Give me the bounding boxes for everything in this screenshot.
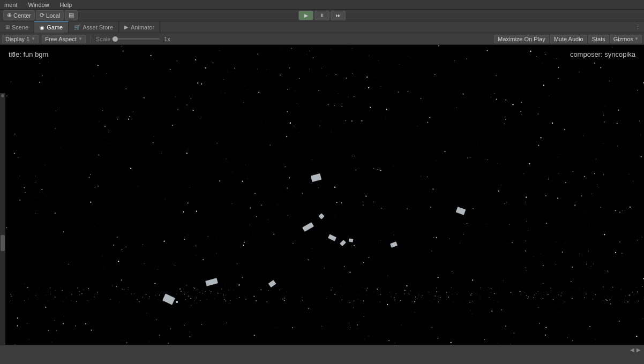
game-toolbar-right: Maximize On Play Mute Audio Stats Gizmos… [494,35,642,43]
svg-rect-6 [349,238,354,242]
scroll-bar-left[interactable] [0,93,5,354]
game-toolbar: Display 1 ▼ Free Aspect ▼ Scale 1x Maxim… [0,33,644,45]
tab-animator[interactable]: ▶ Animator [119,21,160,33]
svg-rect-11 [176,301,178,303]
stats-button[interactable]: Stats [588,35,609,43]
center-icon: ⊕ [7,12,12,19]
gizmos-arrow-icon: ▼ [634,36,639,41]
gizmos-button[interactable]: Gizmos ▼ [610,35,642,43]
scene-tab-icon: ⊞ [5,24,10,30]
gizmos-label: Gizmos [613,36,633,42]
display-arrow-icon: ▼ [31,36,35,41]
scene-tab-label: Scene [12,24,28,31]
scale-thumb [113,36,118,42]
aspect-label: Free Aspect [45,36,77,42]
menu-window[interactable]: Window [26,1,51,9]
local-button[interactable]: ⟳ Local [36,10,64,20]
top-toolbar: ⊕ Center ⟳ Local ▤ ▶ ⏸ ⏭ [0,10,644,21]
tabs-row: ⊞ Scene ◉ Game 🛒 Asset Store ▶ Animator … [0,21,644,33]
play-button[interactable]: ▶ [298,11,313,20]
debris-layer [0,45,644,354]
display-group: Display 1 ▼ [2,35,39,43]
aspect-arrow-icon: ▼ [78,36,83,41]
local-label: Local [46,12,60,19]
tabs-more-button[interactable]: ⋮ [632,24,644,31]
extra-label: ▤ [69,12,74,19]
svg-rect-1 [456,207,466,215]
aspect-group: Free Aspect ▼ [42,35,86,43]
tab-scene[interactable]: ⊞ Scene [0,21,34,33]
menu-help[interactable]: Help [58,1,74,9]
toolbar-separator-1 [91,35,91,43]
svg-rect-7 [390,241,398,248]
scroll-handle[interactable] [1,235,5,251]
step-button[interactable]: ⏭ [331,11,346,20]
scale-group: Scale 1x [96,36,170,42]
pause-icon: ⏸ [320,13,325,18]
animator-tab-icon: ▶ [124,24,129,30]
menu-bar: ment Window Help [0,0,644,10]
scale-value: 1x [164,36,170,42]
svg-rect-4 [328,234,336,241]
local-icon: ⟳ [40,12,44,19]
maximize-on-play-button[interactable]: Maximize On Play [494,35,549,43]
bottom-right-icon: ▶ [636,347,641,353]
svg-rect-5 [340,240,346,246]
scale-slider[interactable] [111,38,160,40]
scroll-up-icon [1,94,4,97]
tab-asset-store[interactable]: 🛒 Asset Store [69,21,119,33]
mute-audio-button[interactable]: Mute Audio [550,35,587,43]
pivot-toggle-group: ⊕ Center ⟳ Local ▤ [3,10,78,20]
bottom-bar: ◀ ▶ [0,345,644,354]
display-select[interactable]: Display 1 ▼ [2,35,39,43]
svg-rect-10 [162,293,175,305]
svg-rect-9 [205,278,218,286]
asset-store-tab-label: Asset Store [83,24,113,31]
center-label: Center [13,12,31,19]
animator-tab-label: Animator [131,24,154,31]
svg-rect-3 [302,222,314,232]
step-icon: ⏭ [336,13,341,18]
extra-button[interactable]: ▤ [65,10,78,20]
scale-label: Scale [96,36,111,42]
svg-rect-8 [268,280,276,287]
bottom-left-icon: ◀ [630,347,634,353]
play-controls: ▶ ⏸ ⏭ [298,11,346,20]
game-tab-icon: ◉ [40,25,44,31]
display-label: Display 1 [5,36,29,42]
game-viewport: title: fun bgm composer: syncopika ◀ ▶ [0,45,644,354]
svg-rect-2 [318,213,324,219]
svg-rect-0 [311,173,321,182]
menu-ment[interactable]: ment [2,1,19,9]
pause-button[interactable]: ⏸ [314,11,330,20]
aspect-select[interactable]: Free Aspect ▼ [42,35,86,43]
center-button[interactable]: ⊕ Center [3,10,35,20]
asset-store-tab-icon: 🛒 [74,24,80,30]
game-tab-label: Game [47,24,63,31]
tab-game[interactable]: ◉ Game [34,21,69,33]
play-icon: ▶ [304,13,308,18]
